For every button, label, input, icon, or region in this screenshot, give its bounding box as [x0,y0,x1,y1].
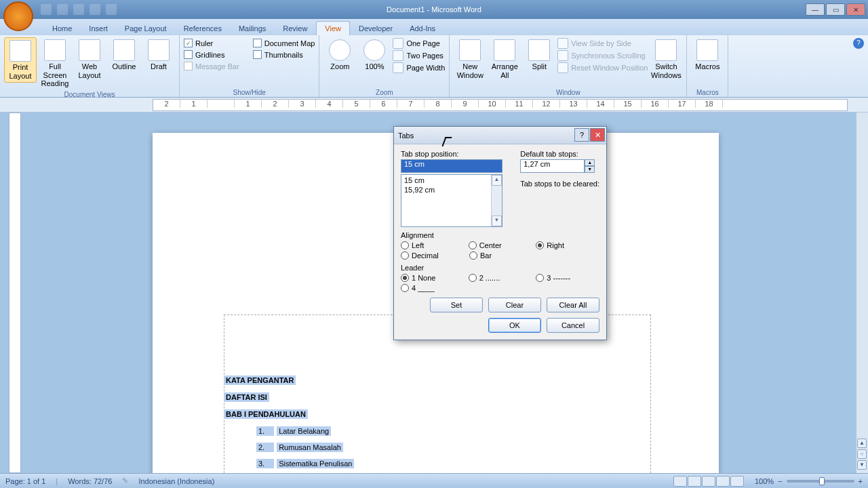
gridlines-checkbox[interactable]: Gridlines [184,49,239,60]
qat-undo-icon[interactable] [57,4,68,15]
close-button[interactable]: ✕ [846,3,865,16]
list-item[interactable]: Rumusan Masalah [277,443,343,452]
view-print-layout-button[interactable] [673,476,687,487]
tab-mailings[interactable]: Mailings [231,22,274,35]
set-button[interactable]: Set [430,298,483,312]
browse-prev-button[interactable]: ▲ [857,439,867,448]
dialog-close-button[interactable]: ✕ [590,128,605,142]
list-num[interactable]: 3. [256,459,274,468]
switch-windows-button[interactable]: Switch Windows [650,37,682,81]
horizontal-ruler[interactable]: 21123456789101112131415161718 [153,99,848,111]
full-screen-label: Full Screen Reading [40,62,70,88]
zoom-100-button[interactable]: 100% [358,37,391,73]
outline-button[interactable]: Outline [108,37,140,73]
spin-up-button[interactable]: ▲ [585,159,595,166]
zoom-slider[interactable] [787,480,854,483]
document-map-checkbox[interactable]: Document Map [253,37,315,49]
zoom-label: Zoom [330,62,349,71]
leader-4-radio[interactable]: 4 ____ [401,284,465,292]
qat-new-icon[interactable] [90,4,100,15]
vertical-scrollbar[interactable] [856,113,868,473]
doc-heading[interactable]: DAFTAR ISI [224,392,269,402]
qat-redo-icon[interactable] [73,4,84,15]
zoom-button[interactable]: Zoom [323,37,356,73]
list-num[interactable]: 1. [256,426,274,436]
split-button[interactable]: Split [523,37,555,73]
tab-view[interactable]: View [316,21,350,35]
browse-next-button[interactable]: ▼ [857,460,867,470]
draft-button[interactable]: Draft [142,37,175,73]
align-left-radio[interactable]: Left [401,241,465,249]
scroll-up-button[interactable]: ▲ [492,175,502,186]
align-decimal-radio[interactable]: Decimal [401,251,465,260]
web-layout-button[interactable]: Web Layout [73,37,106,81]
align-center-radio[interactable]: Center [469,241,532,249]
qat-open-icon[interactable] [106,4,117,15]
zoom-thumb[interactable] [819,477,825,485]
arrange-all-button[interactable]: Arrange All [488,37,521,81]
thumbnails-checkbox[interactable]: Thumbnails [253,49,315,60]
zoom-out-button[interactable]: − [778,477,782,485]
clear-button[interactable]: Clear [488,298,541,312]
list-item[interactable]: 15,92 cm [404,186,499,195]
new-window-button[interactable]: New Window [454,37,486,81]
cancel-button[interactable]: Cancel [547,318,599,333]
view-outline-button[interactable] [716,476,730,487]
two-pages-button[interactable]: Two Pages [393,49,445,62]
zoom-percent[interactable]: 100% [755,477,774,485]
one-page-label: One Page [406,39,440,47]
tab-home[interactable]: Home [44,22,80,35]
ruler-checkbox[interactable]: ✓Ruler [184,37,239,49]
zoom-in-button[interactable]: + [859,477,863,485]
one-page-button[interactable]: One Page [393,37,445,49]
office-button[interactable] [3,1,33,31]
align-bar-radio[interactable]: Bar [469,251,534,260]
tab-developer[interactable]: Developer [351,22,401,35]
tab-stop-position-list[interactable]: 15 cm 15,92 cm ▲ ▼ [401,174,502,227]
new-window-icon [459,39,481,61]
listbox-scrollbar[interactable]: ▲ ▼ [491,175,502,226]
vertical-ruler[interactable] [9,113,21,473]
view-web-layout-button[interactable] [702,476,715,487]
tab-insert[interactable]: Insert [81,22,116,35]
tab-references[interactable]: References [176,22,230,35]
list-item[interactable]: 15 cm [404,176,499,186]
list-num[interactable]: 2. [256,443,274,452]
dialog-titlebar[interactable]: Tabs ? ✕ [394,127,606,144]
status-page[interactable]: Page: 1 of 1 [5,477,45,485]
browse-select-button[interactable]: ○ [857,449,867,459]
macros-button[interactable]: Macros [691,37,724,73]
ok-button[interactable]: OK [488,318,541,333]
default-tab-stops-input[interactable]: 1,27 cm [520,159,585,173]
tab-review[interactable]: Review [275,22,315,35]
status-language[interactable]: Indonesian (Indonesia) [138,477,214,485]
proofing-icon[interactable]: ✎ [122,476,128,485]
maximize-button[interactable]: ▭ [826,3,845,16]
list-item[interactable]: Sistematika Penulisan [277,459,354,468]
view-full-screen-button[interactable] [688,476,701,487]
leader-2-radio[interactable]: 2 ....... [469,274,532,282]
align-right-radio[interactable]: Right [536,241,599,249]
list-item[interactable]: Latar Belakang [277,426,331,436]
full-screen-reading-button[interactable]: Full Screen Reading [39,37,71,90]
view-draft-button[interactable] [730,476,744,487]
page-width-button[interactable]: Page Width [393,62,445,74]
tab-stop-position-input[interactable]: 15 cm [401,159,502,173]
tab-page-layout[interactable]: Page Layout [117,22,175,35]
print-layout-button[interactable]: Print Layout [4,37,37,83]
status-words[interactable]: Words: 72/76 [68,477,112,485]
qat-save-icon[interactable] [41,4,52,15]
clear-all-button[interactable]: Clear All [547,298,599,312]
help-icon[interactable]: ? [853,38,864,49]
spin-down-button[interactable]: ▼ [585,166,595,173]
leader-1-radio[interactable]: 1 None [401,274,465,282]
doc-heading[interactable]: KATA PENGANTAR [224,375,296,385]
scroll-down-button[interactable]: ▼ [492,216,502,226]
ruler-label: Ruler [195,39,213,47]
group-window: New Window Arrange All Split View Side b… [450,35,687,97]
tab-add-ins[interactable]: Add-Ins [401,22,443,35]
minimize-button[interactable]: — [806,3,825,16]
doc-heading[interactable]: BAB I PENDAHULUAN [224,409,308,419]
leader-3-radio[interactable]: 3 ------- [536,274,599,282]
dialog-help-button[interactable]: ? [574,128,589,142]
